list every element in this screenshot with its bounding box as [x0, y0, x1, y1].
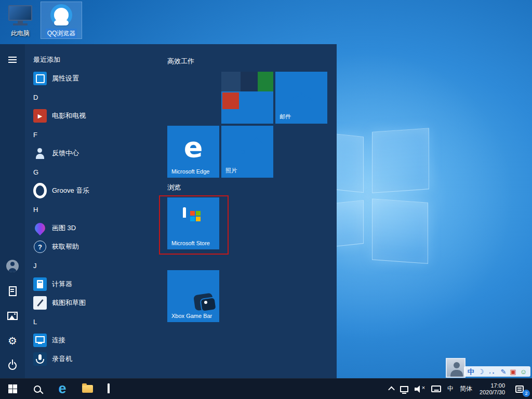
keyboard-icon: [431, 385, 441, 392]
get-help-icon: [33, 240, 47, 254]
expand-menu-button[interactable]: [0, 47, 25, 72]
tile-small-group[interactable]: [221, 72, 273, 124]
desktop-icon-this-pc[interactable]: 此电脑: [0, 3, 41, 38]
qq-browser-icon: [50, 4, 73, 27]
document-icon: [9, 286, 17, 296]
small-tile: [221, 72, 241, 91]
tray-network[interactable]: [397, 379, 411, 399]
tray-time: 17:00: [490, 382, 505, 389]
snip-sketch-icon: [33, 296, 47, 310]
tray-ime-scheme[interactable]: 简体: [457, 379, 475, 399]
tile-xbox-game-bar[interactable]: Xbox Game Bar: [167, 270, 219, 322]
ime-pen-icon[interactable]: ✎: [501, 368, 507, 375]
pictures-icon: [7, 312, 18, 320]
tile-photos[interactable]: 照片: [221, 126, 273, 178]
notification-badge: 2: [523, 390, 530, 397]
recently-added-header: 最近添加: [25, 50, 167, 69]
volume-muted-icon: [415, 385, 425, 393]
start-menu: ⚙ 最近添加 属性设置 D 电影和电视 F 反馈中心 G Groove 音乐 H…: [0, 44, 337, 378]
windows-logo-pane: [372, 198, 428, 264]
folder-icon: [82, 385, 93, 393]
tile-microsoft-edge[interactable]: e Microsoft Edge: [167, 126, 219, 178]
user-avatar-icon: [6, 260, 19, 272]
app-list-item-paint-3d[interactable]: 画图 3D: [25, 219, 167, 237]
system-tray: 中 简体 17:00 2020/7/30 2: [386, 379, 532, 399]
windows-logo-pane: [334, 200, 364, 247]
start-menu-rail: ⚙: [0, 44, 25, 378]
small-tile: [258, 72, 273, 91]
windows-logo-pane: [372, 128, 429, 193]
tray-action-center[interactable]: 2: [509, 379, 530, 399]
gear-icon: ⚙: [8, 336, 17, 346]
settings-app-icon: [33, 72, 47, 85]
app-list-letter-f[interactable]: F: [25, 125, 167, 144]
app-list-letter-d[interactable]: D: [25, 88, 167, 107]
this-pc-icon: [8, 5, 32, 27]
ime-emoji-icon[interactable]: ☺: [520, 368, 527, 375]
tray-touch-keyboard[interactable]: [428, 379, 444, 399]
app-list-letter-l[interactable]: L: [25, 312, 167, 331]
ime-punctuation-icon[interactable]: ，。: [488, 369, 497, 374]
app-list-item-snip-sketch[interactable]: 截图和草图: [25, 294, 167, 312]
app-list-item-voice-recorder[interactable]: 录音机: [25, 350, 167, 368]
edge-icon: e: [58, 382, 66, 396]
desktop-screen: 此电脑 QQ浏览器 ⚙ 最近添加 属性设置 D 电影和电视 F 反馈中心 G G…: [0, 0, 532, 399]
groove-music-icon: [33, 184, 47, 197]
desktop-icon-qq-browser[interactable]: QQ浏览器: [41, 2, 82, 38]
app-list-item-connect[interactable]: 连接: [25, 331, 167, 350]
settings-button[interactable]: ⚙: [0, 328, 25, 353]
start-button[interactable]: [0, 379, 25, 399]
taskbar-edge-button[interactable]: e: [50, 379, 75, 399]
app-list-item-feedback-hub[interactable]: 反馈中心: [25, 144, 167, 163]
windows-logo-pane: [334, 134, 364, 193]
tray-ime-language[interactable]: 中: [444, 379, 457, 399]
paint-3d-icon: [33, 221, 47, 235]
taskbar-empty-area: [125, 379, 386, 399]
tray-show-hidden-icons[interactable]: [386, 379, 397, 399]
small-tile: [241, 72, 258, 91]
taskbar-file-explorer-button[interactable]: [75, 379, 100, 399]
desktop-icon-label: 此电脑: [9, 29, 31, 38]
tray-clock[interactable]: 17:00 2020/7/30: [475, 379, 509, 399]
small-tile: [222, 92, 239, 109]
desktop-icon-label: QQ浏览器: [46, 29, 77, 38]
taskbar-search-button[interactable]: [25, 379, 50, 399]
app-list-item-calculator[interactable]: 计算器: [25, 275, 167, 294]
app-list-item-groove-music[interactable]: Groove 音乐: [25, 181, 167, 200]
tile-microsoft-store[interactable]: Microsoft Store: [167, 197, 219, 249]
windows-logo-icon: [8, 384, 17, 393]
power-button[interactable]: [0, 353, 25, 378]
voice-recorder-icon: [33, 352, 47, 366]
edge-icon: e: [184, 134, 203, 162]
documents-button[interactable]: [0, 278, 25, 303]
start-tiles-area: 高效工作 邮件 e Microsoft Edge 照片 浏览: [167, 44, 337, 378]
user-account-button[interactable]: [0, 254, 25, 278]
start-app-list: 最近添加 属性设置 D 电影和电视 F 反馈中心 G Groove 音乐 H 画…: [25, 44, 167, 378]
tile-mail[interactable]: 邮件: [275, 72, 327, 124]
connect-icon: [33, 334, 47, 347]
app-list-item-get-help[interactable]: 获取帮助: [25, 237, 167, 256]
app-list-letter-g[interactable]: G: [25, 163, 167, 181]
ime-halfwidth-moon-icon[interactable]: ☽: [478, 368, 484, 375]
pictures-button[interactable]: [0, 303, 25, 328]
tray-date: 2020/7/30: [480, 389, 505, 396]
app-list-letter-h[interactable]: H: [25, 200, 167, 219]
tray-volume[interactable]: [411, 379, 428, 399]
hamburger-icon: [8, 57, 17, 63]
movies-tv-icon: [33, 109, 47, 123]
app-list-item-settings[interactable]: 属性设置: [25, 69, 167, 88]
ime-dict-icon[interactable]: ▣: [510, 368, 516, 375]
qq-login-avatar-peek[interactable]: [446, 358, 466, 378]
store-bag-icon: [183, 209, 204, 230]
app-list-letter-j[interactable]: J: [25, 256, 167, 275]
app-list-item-movies-tv[interactable]: 电影和电视: [25, 107, 167, 125]
taskbar: e 中 简体 17:00 2020/7/30 2: [0, 378, 532, 399]
ime-lang-toggle[interactable]: 中: [468, 368, 474, 375]
search-icon: [34, 385, 41, 393]
store-bag-icon: [108, 384, 117, 394]
power-icon: [8, 362, 17, 370]
taskbar-store-button[interactable]: [100, 379, 125, 399]
chevron-up-icon: [388, 387, 395, 393]
ime-toolbar: 中 ☽ ，。 ✎ ▣ ☺: [464, 366, 530, 377]
tile-group-header-browse: 浏览: [167, 183, 181, 192]
